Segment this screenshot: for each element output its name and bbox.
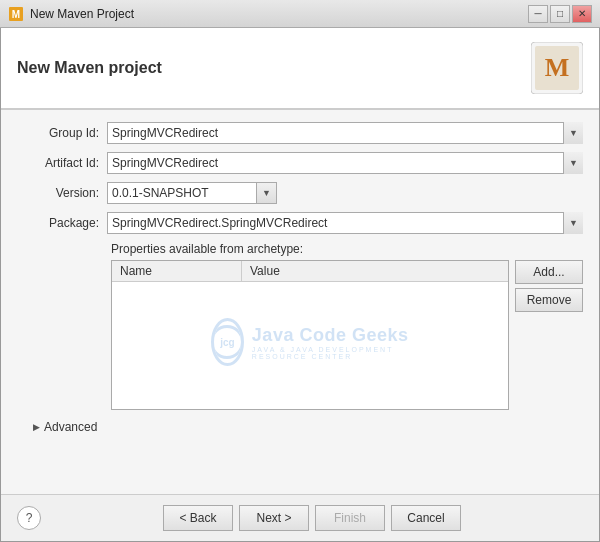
maven-logo-icon: M [531,42,583,94]
watermark-sub-text: JAVA & JAVA DEVELOPMENT RESOURCE CENTER [252,346,409,360]
artifact-id-label: Artifact Id: [17,156,107,170]
version-dropdown-icon[interactable]: ▼ [257,182,277,204]
help-button[interactable]: ? [17,506,41,530]
title-bar: M New Maven Project ─ □ ✕ [0,0,600,28]
artifact-id-wrapper: SpringMVCRedirect ▼ [107,152,583,174]
version-label: Version: [17,186,107,200]
cancel-button[interactable]: Cancel [391,505,461,531]
footer-buttons: < Back Next > Finish Cancel [41,505,583,531]
dialog-header: New Maven project M [1,28,599,110]
package-select[interactable]: SpringMVCRedirect.SpringMVCRedirect [107,212,583,234]
finish-button[interactable]: Finish [315,505,385,531]
artifact-id-select[interactable]: SpringMVCRedirect [107,152,583,174]
watermark: jcg Java Code Geeks JAVA & JAVA DEVELOPM… [211,318,409,366]
add-button[interactable]: Add... [515,260,583,284]
table-header-name: Name [112,261,242,281]
package-wrapper: SpringMVCRedirect.SpringMVCRedirect ▼ [107,212,583,234]
maximize-button[interactable]: □ [550,5,570,23]
close-button[interactable]: ✕ [572,5,592,23]
remove-button[interactable]: Remove [515,288,583,312]
watermark-logo: jcg Java Code Geeks JAVA & JAVA DEVELOPM… [211,318,409,366]
properties-buttons: Add... Remove [515,260,583,410]
dialog: New Maven project M Group Id: SpringMVCR… [0,28,600,542]
table-header: Name Value [112,261,508,282]
dialog-title: New Maven project [17,59,162,77]
window-icon: M [8,6,24,22]
watermark-circle-icon: jcg [211,318,244,366]
minimize-button[interactable]: ─ [528,5,548,23]
package-row: Package: SpringMVCRedirect.SpringMVCRedi… [17,212,583,234]
dialog-body: Group Id: SpringMVCRedirect ▼ Artifact I… [1,110,599,494]
package-label: Package: [17,216,107,230]
advanced-expand-icon: ▶ [33,422,40,432]
version-input[interactable] [107,182,257,204]
advanced-label: Advanced [44,420,97,434]
version-row: Version: ▼ [17,182,583,204]
version-wrapper: ▼ [107,182,277,204]
window-title: New Maven Project [30,7,522,21]
next-button[interactable]: Next > [239,505,309,531]
artifact-id-row: Artifact Id: SpringMVCRedirect ▼ [17,152,583,174]
svg-text:M: M [12,9,20,20]
group-id-wrapper: SpringMVCRedirect ▼ [107,122,583,144]
window-controls: ─ □ ✕ [528,5,592,23]
table-body[interactable]: jcg Java Code Geeks JAVA & JAVA DEVELOPM… [112,282,508,402]
properties-area: Name Value jcg Java Code Geeks JAVA & JA… [111,260,583,410]
group-id-row: Group Id: SpringMVCRedirect ▼ [17,122,583,144]
group-id-select[interactable]: SpringMVCRedirect [107,122,583,144]
properties-table: Name Value jcg Java Code Geeks JAVA & JA… [111,260,509,410]
group-id-label: Group Id: [17,126,107,140]
properties-label: Properties available from archetype: [111,242,583,256]
svg-text:M: M [545,53,570,82]
advanced-section[interactable]: ▶ Advanced [33,420,583,434]
back-button[interactable]: < Back [163,505,233,531]
watermark-text-block: Java Code Geeks JAVA & JAVA DEVELOPMENT … [252,325,409,360]
watermark-main-text: Java Code Geeks [252,325,409,346]
dialog-footer: ? < Back Next > Finish Cancel [1,494,599,541]
table-header-value: Value [242,261,508,281]
